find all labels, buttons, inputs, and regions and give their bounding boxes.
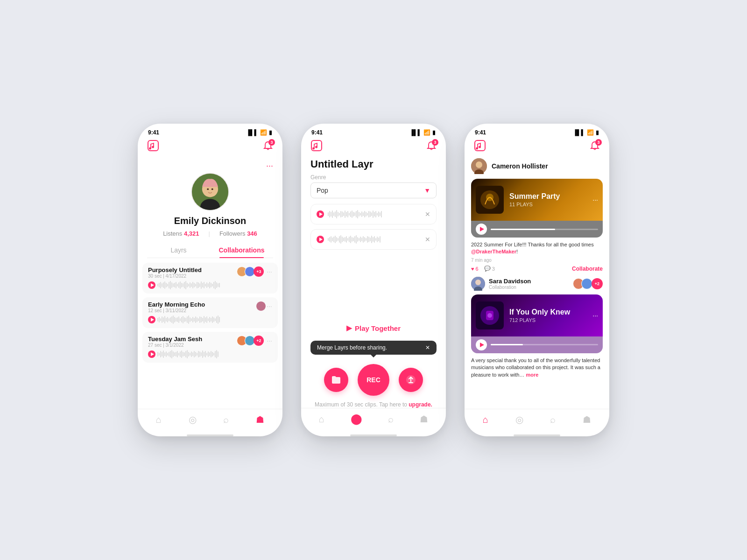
status-bar-2: 9:41 ▐▌▌ 📶 ▮ [301,124,446,138]
genre-select[interactable]: Pop ▼ [310,182,437,198]
profile-tabs: Layrs Collaborations [147,243,273,258]
track-more-button[interactable]: ··· [267,302,272,310]
audio-track-1: ✕ [310,204,437,224]
battery-icon: ▮ [269,129,272,136]
notif-badge-3: 3 [595,139,602,146]
merge-tooltip-container: Merge Layrs before sharing. ✕ [310,341,437,359]
profile-stats: Listens 4,321 | Followers 346 [163,230,257,237]
more-link[interactable]: more [526,372,538,378]
app-logo-3 [474,140,486,154]
merge-tooltip-text: Merge Layrs before sharing. [317,344,387,351]
progress-bar-2 [491,344,598,345]
phone-1-content: ··· Emil [138,158,282,409]
time-2: 9:41 [311,129,323,136]
collab-mini-avatar [581,278,592,289]
chevron-down-icon: ▼ [424,187,430,194]
nav-profile[interactable]: ☗ [583,414,591,425]
collab-avatars: +2 [573,278,603,289]
collab-avatar [256,301,266,311]
track-info: Early Morning Echo 12 sec | 3/11/2022 [148,301,205,313]
track-avatars: +3 [237,266,264,277]
close-track-button[interactable]: ✕ [425,236,430,243]
svg-point-2 [152,146,154,148]
nav-home[interactable]: ⌂ [319,414,324,425]
home-indicator-1 [187,434,233,436]
followers-value: 346 [247,230,257,237]
merge-tooltip: Merge Layrs before sharing. ✕ [310,341,437,355]
more-options-button[interactable]: ··· [266,161,273,171]
nav-profile[interactable]: ☗ [420,413,428,425]
nav-home[interactable]: ⌂ [483,414,488,425]
like-count-1: 6 [476,266,479,272]
track-more-button[interactable]: ··· [267,268,272,275]
card-more-button-2[interactable]: ··· [592,312,598,319]
nav-discover[interactable]: ◎ [515,414,523,425]
like-button-1[interactable]: ♥ 6 [471,266,479,272]
notification-button-3[interactable]: 3 [590,141,600,154]
nav-record[interactable]: ⬤ [351,413,362,425]
home-indicator-3 [514,434,560,436]
svg-point-13 [476,147,478,150]
play-button[interactable] [317,210,324,218]
heart-icon: ♥ [471,266,474,272]
home-indicator-2 [350,434,397,436]
card-play-button-1[interactable] [476,224,487,235]
top-bar-3: 3 [465,138,609,158]
phone-feed: 9:41 ▐▌▌ 📶 ▮ 3 [465,124,609,436]
genre-label: Genre [310,174,437,181]
song-card-2: If You Only Knew 712 PLAYS ··· [471,294,603,336]
nav-search[interactable]: ⌕ [388,414,394,425]
nav-profile[interactable]: ☗ [256,414,264,425]
scene: 9:41 ▐▌▌ 📶 ▮ 3 [0,0,747,560]
card-play-row-2 [471,336,603,353]
play-button[interactable] [148,316,155,323]
track-item: Early Morning Echo 12 sec | 3/11/2022 ··… [142,297,278,328]
comment-count-1: 3 [492,266,495,272]
track-title: Purposely Untitled [148,266,202,273]
upgrade-link[interactable]: upgrade. [409,401,432,408]
upgrade-label: Maximum of 30 sec clips. Tap here to upg… [315,401,432,408]
wifi-icon: 📶 [423,129,430,136]
play-button[interactable] [317,236,324,243]
close-tooltip-button[interactable]: ✕ [425,344,430,351]
notification-button-2[interactable]: 3 [426,141,437,154]
notification-button-1[interactable]: 3 [263,141,273,154]
feed-card-1: Summer Party 11 PLAYS ··· [471,179,603,238]
nav-home[interactable]: ⌂ [156,414,162,425]
track-meta: 12 sec | 3/11/2022 [148,308,205,313]
close-track-button[interactable]: ✕ [425,210,430,218]
record-content: Untitled Layr Genre Pop ▼ ✕ [301,158,446,408]
nav-discover[interactable]: ◎ [189,414,197,425]
tab-layrs[interactable]: Layrs [147,243,210,258]
share-button[interactable] [399,368,423,392]
feed-avatar-2 [471,277,485,291]
song-plays-1: 11 PLAYS [509,202,592,207]
track-title: Tuesday Jam Sesh [148,336,202,343]
play-together-button[interactable]: ▶ Play Together [310,319,437,337]
play-button[interactable] [148,350,155,358]
track-list: Purposely Untitled 30 sec | 4/17/2022 +3… [138,263,282,409]
comment-button-1[interactable]: 💬 3 [484,266,495,272]
mention-1[interactable]: @DrakerTheMaker [471,249,516,254]
feed-content: Cameron Hollister [465,158,609,409]
waveform-1 [148,280,272,290]
card-thumbnail-summer [476,186,504,214]
notif-badge-2: 3 [432,139,438,146]
top-bar-2: 3 [301,138,446,158]
record-button[interactable]: REC [358,364,389,396]
tab-collaborations[interactable]: Collaborations [210,243,273,258]
track-more-button[interactable]: ··· [267,337,272,344]
battery-icon: ▮ [432,129,436,136]
track-meta: 27 sec | 3/1/2022 [148,343,202,348]
play-button[interactable] [148,281,155,289]
record-title: Untitled Layr [310,158,437,170]
upgrade-text[interactable]: Maximum of 30 sec clips. Tap here to upg… [310,401,437,408]
card-play-row-1 [471,221,603,238]
card-more-button-1[interactable]: ··· [592,196,598,203]
card-play-button-2[interactable] [476,339,487,350]
collaborate-button-1[interactable]: Collaborate [572,266,603,272]
nav-search[interactable]: ⌕ [550,414,556,425]
wave-bars [328,234,421,245]
folder-button[interactable] [324,368,348,392]
nav-search[interactable]: ⌕ [223,414,229,425]
